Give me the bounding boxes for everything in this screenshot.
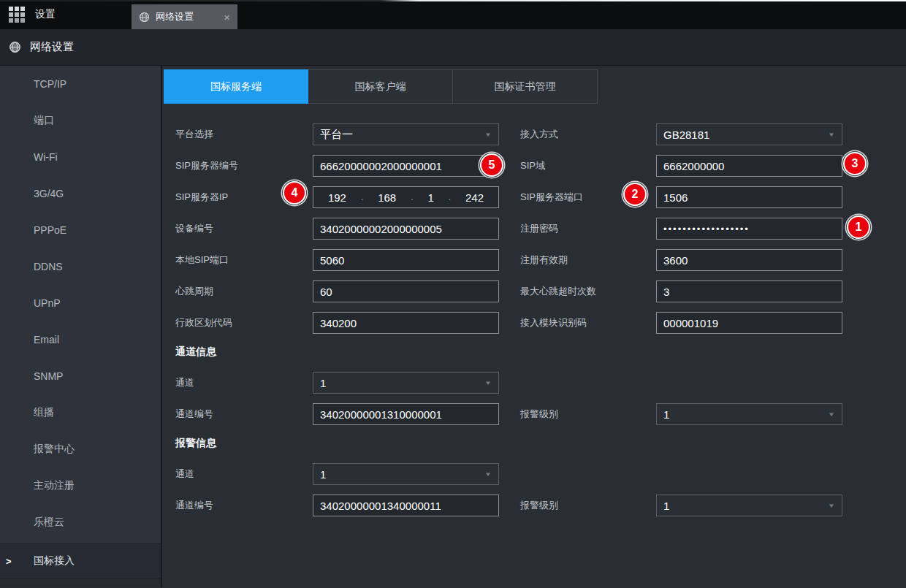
alarm-info-channel-select[interactable]: 1▼ [313,463,499,485]
device-id-value: 34020000002000000005 [320,223,442,235]
tab-gb-cert[interactable]: 国标证书管理 [453,69,598,104]
section-heading: 报警信息 [175,435,906,450]
sidebar-item-port[interactable]: 端口 [0,102,161,139]
platform-select-value: 平台一 [320,128,353,142]
channel-alarm-level-value: 1 [663,408,669,421]
alarm-alarm-level-select[interactable]: 1▼ [656,495,842,516]
sidebar-item-tcpip[interactable]: TCP/IP [0,66,161,102]
sidebar-footer [0,579,161,587]
globe-icon [139,12,150,23]
form-row: 设备编号34020000002000000005注册密码••••••••••••… [175,218,906,240]
sip-server-port-input[interactable]: 1506 [656,186,842,208]
sidebar-item-pppoe[interactable]: PPPoE [0,212,161,248]
ip-dot: . [449,192,451,202]
tab-gb-client[interactable]: 国标客户端 [308,69,453,104]
register-valid-period-input[interactable]: 3600 [656,249,842,271]
sidebar-item-label: 国标接入 [34,554,75,568]
sip-server-id-input[interactable]: 66620000002000000001 [313,155,499,177]
sidebar-item-wifi[interactable]: Wi-Fi [0,139,161,175]
content-panel: 国标服务端国标客户端国标证书管理 平台选择平台一▼接入方式GB28181▼SIP… [162,66,906,587]
callout-badge-2: 2 [623,183,647,206]
tab-gb-server[interactable]: 国标服务端 [164,69,308,104]
callout-badge-4: 4 [283,181,306,205]
globe-icon [9,41,21,53]
callout-badge-1: 1 [847,215,870,239]
access-module-id-input[interactable]: 000001019 [656,312,842,334]
alarm-info-id-label: 通道编号 [175,499,313,512]
form-row: 通道编号34020000001310000001报警级别1▼ [175,403,906,425]
sip-domain-input[interactable]: 6662000000 [656,155,842,177]
sip-server-ip-input[interactable]: 192.168.1.242 [313,186,499,208]
sidebar-item-alarm-center[interactable]: 报警中心 [0,431,161,467]
dropdown-arrow-icon: ▼ [828,503,835,509]
heartbeat-period-input[interactable]: 60 [313,280,499,302]
sidebar-item-3g4g[interactable]: 3G/4G [0,175,161,212]
dropdown-arrow-icon: ▼ [484,380,492,386]
register-valid-period-label: 注册有效期 [520,253,656,267]
ip-dot: . [361,192,363,202]
sidebar-item-snmp[interactable]: SNMP [0,358,161,394]
main-menu-tab[interactable]: 设置 [0,0,124,29]
max-heartbeat-timeout-label: 最大心跳超时次数 [520,285,656,298]
sidebar-item-label: PPPoE [34,224,66,236]
sidebar-item-ddns[interactable]: DDNS [0,248,161,285]
section-heading: 通道信息 [175,344,906,359]
tab-network-settings[interactable]: 网络设置 × [132,4,237,29]
admin-region-code-value: 340200 [320,317,357,329]
sidebar-item-lechange[interactable]: 乐橙云 [0,504,161,541]
device-id-input[interactable]: 34020000002000000005 [313,218,499,240]
sip-server-ip-octet: 1 [427,191,433,204]
sidebar-item-label: 3G/4G [34,188,64,199]
sidebar-item-label: 组播 [34,406,54,419]
dropdown-arrow-icon: ▼ [484,131,492,138]
main-menu-label: 设置 [35,8,56,21]
sub-tab-bar: 国标服务端国标客户端国标证书管理 [164,69,906,104]
apps-grid-icon[interactable] [9,7,25,23]
access-mode-label: 接入方式 [520,128,656,141]
sidebar: TCP/IP端口Wi-Fi3G/4GPPPoEDDNSUPnPEmailSNMP… [0,66,162,587]
platform-select-select[interactable]: 平台一▼ [313,123,499,145]
sidebar-item-label: 主动注册 [34,479,75,492]
max-heartbeat-timeout-input[interactable]: 3 [656,280,842,302]
register-password-input[interactable]: •••••••••••••••••• [656,218,842,240]
form-row: 心跳周期60最大心跳超时次数3 [175,280,906,302]
sidebar-item-label: TCP/IP [34,78,66,90]
network-settings-page: 设置 网络设置 × 网络设置 TCP/IP端口Wi-Fi3G/4GPPPoEDD… [0,0,906,588]
sip-server-ip-octet: 242 [465,191,484,204]
sip-server-ip-octet: 192 [328,191,346,204]
channel-info-channel-label: 通道 [175,376,313,389]
sidebar-item-multicast[interactable]: 组播 [0,394,161,431]
channel-info-id-input[interactable]: 34020000001310000001 [313,403,499,425]
close-icon[interactable]: × [224,12,230,23]
dropdown-arrow-icon: ▼ [828,411,835,418]
sip-server-id-value: 66620000002000000001 [320,160,442,172]
sip-server-ip-octet: 168 [378,191,396,204]
admin-region-code-input[interactable]: 340200 [313,312,499,334]
channel-alarm-level-select[interactable]: 1▼ [656,403,842,425]
sidebar-item-upnp[interactable]: UPnP [0,285,161,321]
sidebar-item-label: 端口 [34,114,54,127]
dropdown-arrow-icon: ▼ [484,471,492,478]
sip-domain-value: 6662000000 [663,160,724,172]
access-module-id-label: 接入模块识别码 [520,316,656,329]
alarm-alarm-level-label: 报警级别 [520,499,656,512]
channel-info-id-label: 通道编号 [175,408,313,421]
access-mode-select[interactable]: GB28181▼ [656,123,842,145]
local-sip-port-label: 本地SIP端口 [175,253,313,267]
max-heartbeat-timeout-value: 3 [663,286,669,298]
callout-badge-3: 3 [843,152,867,175]
sidebar-item-email[interactable]: Email [0,321,161,358]
channel-info-id-value: 34020000001310000001 [320,408,442,421]
sip-server-port-value: 1506 [663,191,688,204]
channel-info-channel-select[interactable]: 1▼ [313,372,499,394]
local-sip-port-input[interactable]: 5060 [313,249,499,271]
sidebar-item-auto-register[interactable]: 主动注册 [0,467,161,504]
sidebar-item-gb28181[interactable]: >国标接入 [0,543,161,579]
ip-dot: . [411,192,413,202]
callout-badge-5: 5 [480,153,503,177]
alarm-info-id-input[interactable]: 34020000001340000011 [313,495,499,516]
sidebar-item-label: Wi-Fi [34,151,58,163]
sidebar-item-label: DDNS [34,261,63,272]
sidebar-item-label: UPnP [34,297,61,309]
platform-select-label: 平台选择 [175,128,313,141]
